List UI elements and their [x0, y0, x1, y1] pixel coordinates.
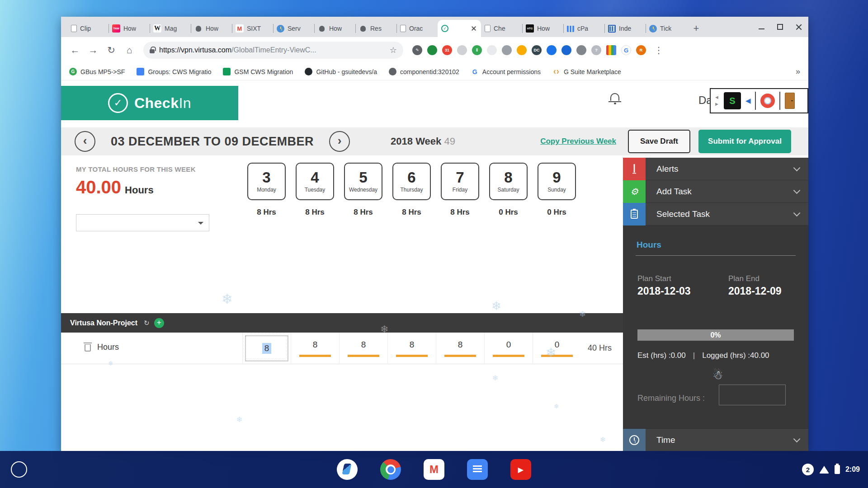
- browser-tab[interactable]: TNW How: [108, 20, 150, 37]
- launcher-button[interactable]: [11, 461, 27, 478]
- browser-tab[interactable]: W Mag: [150, 20, 191, 37]
- add-row-button[interactable]: +: [154, 318, 164, 328]
- address-bar[interactable]: https://vpn.virtusa.com/GlobalTimeEntry-…: [143, 42, 403, 59]
- extension-icon[interactable]: [487, 45, 497, 55]
- lifebuoy-help-icon[interactable]: [760, 94, 775, 108]
- bookmark[interactable]: GitHub - gsuitedevs/a: [305, 68, 377, 75]
- minimize-button[interactable]: [758, 23, 765, 30]
- browser-tab[interactable]: Serv: [273, 20, 314, 37]
- browser-menu-icon[interactable]: ⋮: [654, 45, 663, 56]
- home-button[interactable]: ⌂: [122, 42, 137, 58]
- sync-icon[interactable]: ↻: [144, 319, 150, 327]
- tab-label: Inde: [619, 25, 631, 32]
- shelf-app-icon[interactable]: M: [424, 459, 444, 480]
- hours-entry-row: Hours 8 8: [61, 333, 623, 364]
- back-button[interactable]: ←: [67, 42, 83, 58]
- day-card[interactable]: 8 Saturday: [489, 163, 528, 200]
- day-card[interactable]: 4 Tuesday: [296, 163, 334, 200]
- overlay-screencast-icon[interactable]: S: [724, 92, 741, 109]
- extension-icon[interactable]: [561, 45, 571, 55]
- browser-tab[interactable]: HTG How: [522, 20, 563, 37]
- day-total-hours: 8 Hrs: [305, 208, 325, 217]
- bookmark[interactable]: Groups: CWS Migratio: [137, 68, 211, 75]
- tab-label: cPa: [577, 25, 588, 32]
- sidebar-section-header[interactable]: Selected Task: [623, 203, 808, 225]
- bookmark[interactable]: ❮❯ G Suite Marketplace: [552, 68, 621, 75]
- door-exit-icon[interactable]: [785, 93, 795, 109]
- bookmark[interactable]: componentid:320102: [389, 68, 459, 75]
- browser-tab[interactable]: How: [314, 20, 355, 37]
- extension-icon[interactable]: ✎: [412, 45, 422, 55]
- day-card[interactable]: 5 Wednesday: [344, 163, 382, 200]
- copy-previous-week-link[interactable]: Copy Previous Week: [540, 137, 616, 146]
- browser-tab[interactable]: cPa: [563, 20, 604, 37]
- extension-icon[interactable]: 31: [442, 45, 452, 55]
- forward-button[interactable]: →: [85, 42, 101, 58]
- bookmark[interactable]: GSM CWS Migration: [223, 68, 293, 75]
- shelf-app-icon[interactable]: ▶: [510, 459, 531, 480]
- extension-icon[interactable]: [547, 45, 557, 55]
- browser-tab[interactable]: Che: [481, 20, 522, 37]
- hours-cell-input[interactable]: 8: [339, 333, 387, 364]
- sidebar-section-header[interactable]: Alerts: [623, 158, 808, 180]
- hours-cell-input[interactable]: 8: [242, 333, 291, 364]
- bookmarks-overflow-button[interactable]: »: [796, 67, 800, 76]
- shelf-app-icon[interactable]: [467, 459, 488, 480]
- shelf-app-icon[interactable]: [337, 459, 358, 480]
- time-section-header[interactable]: Time: [623, 428, 808, 451]
- browser-tab[interactable]: Tick: [646, 20, 687, 37]
- browser-tab[interactable]: Clip: [67, 20, 108, 37]
- bookmark-star-icon[interactable]: ☆: [390, 45, 397, 55]
- extension-icon[interactable]: [427, 45, 437, 55]
- hours-tab-link[interactable]: Hours: [637, 240, 661, 250]
- hours-cell-input[interactable]: 8: [387, 333, 436, 364]
- extension-icon[interactable]: [517, 45, 527, 55]
- previous-week-button[interactable]: ‹: [75, 131, 95, 152]
- day-card[interactable]: 6 Thursday: [392, 163, 431, 200]
- hours-cell-input[interactable]: 8: [291, 333, 339, 364]
- extension-icon[interactable]: G: [621, 45, 631, 55]
- delete-row-icon[interactable]: [85, 344, 91, 352]
- project-select-dropdown[interactable]: [76, 214, 209, 231]
- sidebar-section-header[interactable]: ⚙ Add Task: [623, 180, 808, 203]
- remaining-hours-input[interactable]: [719, 385, 786, 405]
- browser-tab[interactable]: M SIXT: [232, 20, 273, 37]
- extension-icon[interactable]: ?: [591, 45, 601, 55]
- day-card[interactable]: 7 Friday: [441, 163, 479, 200]
- browser-tab[interactable]: Inde: [604, 20, 646, 37]
- close-window-button[interactable]: [795, 23, 802, 30]
- bookmark[interactable]: G Account permissions: [471, 68, 541, 75]
- day-card[interactable]: 3 Monday: [247, 163, 286, 200]
- new-tab-button[interactable]: +: [689, 22, 703, 35]
- status-tray[interactable]: 2 2:09: [802, 464, 860, 475]
- tab-favicon-icon: [318, 24, 326, 33]
- save-draft-button[interactable]: Save Draft: [628, 130, 690, 153]
- reload-button[interactable]: ↻: [104, 42, 119, 58]
- browser-tab[interactable]: Orac: [396, 20, 438, 37]
- browser-tab[interactable]: How: [191, 20, 232, 37]
- tab-favicon-icon: W: [153, 24, 161, 33]
- overlay-arrows-icon[interactable]: ◄►: [714, 95, 719, 107]
- submit-for-approval-button[interactable]: Submit for Approval: [698, 130, 791, 153]
- maximize-button[interactable]: [777, 23, 783, 30]
- tab-close-icon[interactable]: [470, 25, 477, 32]
- shelf-app-icon[interactable]: [380, 459, 401, 480]
- notifications-bell-icon[interactable]: [610, 93, 619, 101]
- extension-icon[interactable]: [606, 45, 616, 55]
- extension-icon[interactable]: [502, 45, 512, 55]
- extension-icon[interactable]: [457, 45, 467, 55]
- overlay-play-icon[interactable]: ◀: [745, 97, 751, 105]
- extension-icon[interactable]: [576, 45, 586, 55]
- extension-icon[interactable]: ‖: [472, 45, 482, 55]
- extension-icon[interactable]: R: [636, 45, 646, 55]
- next-week-button[interactable]: ›: [329, 131, 350, 152]
- browser-tab[interactable]: Res: [355, 20, 396, 37]
- hours-cell-input[interactable]: 0: [533, 333, 581, 364]
- hours-cell-input[interactable]: 0: [484, 333, 533, 364]
- bookmark-label: Account permissions: [482, 68, 541, 75]
- hours-cell-input[interactable]: 8: [436, 333, 484, 364]
- bookmark[interactable]: G GBus MP5->SF: [69, 68, 125, 75]
- extension-icon[interactable]: DC: [532, 45, 542, 55]
- day-card[interactable]: 9 Sunday: [538, 163, 576, 200]
- browser-tab[interactable]: [438, 20, 481, 37]
